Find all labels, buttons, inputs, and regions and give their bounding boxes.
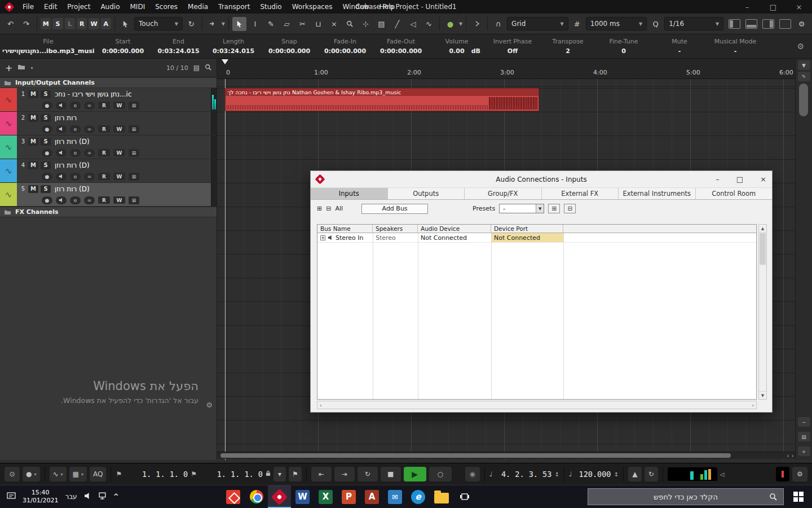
record-enable-button[interactable]: ● <box>42 196 52 204</box>
app-powerpoint-icon[interactable]: P <box>337 485 360 508</box>
freeze-button[interactable]: ∞ <box>84 196 95 204</box>
remove-preset-button[interactable]: ⊟ <box>564 204 576 213</box>
marker-flag-button[interactable]: ⚑ <box>289 467 302 481</box>
app-word-icon[interactable]: W <box>291 485 314 508</box>
info-snap[interactable]: Snap 0:00:00.000 <box>262 36 317 57</box>
info-musical-mode[interactable]: Musical Mode - <box>707 36 764 57</box>
start-button[interactable] <box>785 485 812 508</box>
write-automation-button[interactable]: W <box>113 102 125 109</box>
edit-pencil-icon[interactable]: ✎ <box>798 72 810 81</box>
monitor-button[interactable] <box>56 125 67 133</box>
meter-collapse-icon[interactable]: ◁ <box>720 471 725 478</box>
info-volume[interactable]: Volume 0.00dB <box>429 36 485 57</box>
left-zone-toggle[interactable] <box>727 17 742 31</box>
timeline-ruler[interactable]: 0 1:00 2:00 3:00 4:00 5:00 6:00 <box>217 59 795 79</box>
undo-button[interactable]: ↶ <box>3 17 17 31</box>
write-automation-button[interactable]: W <box>113 196 125 204</box>
auto-scroll-button[interactable]: ↻ <box>184 17 198 31</box>
lanes-button[interactable]: ⊞ <box>129 196 139 204</box>
playhead-marker[interactable] <box>222 59 228 64</box>
record-enable-button[interactable]: ● <box>42 173 52 181</box>
bus-device-port[interactable]: Not Connected <box>491 233 563 242</box>
zoom-out-button[interactable]: − <box>798 417 810 427</box>
solo-button[interactable]: S <box>41 114 51 122</box>
minimize-button[interactable]: – <box>734 0 760 14</box>
read-automation-button[interactable]: R <box>98 125 110 133</box>
bus-row-stereo-in[interactable]: + Stereo In Stereo Not Connected Not Con… <box>317 233 756 243</box>
read-automation-button[interactable]: R <box>98 102 110 109</box>
edit-channel-button[interactable]: e <box>70 125 81 133</box>
info-start[interactable]: Start 0:00:00.000 <box>94 36 152 57</box>
dialog-vscroll-thumb[interactable] <box>760 233 766 265</box>
insert-dropdown-icon[interactable]: ▼ <box>222 21 225 27</box>
left-locator-display[interactable]: 1. 1. 1. 0 <box>125 470 188 479</box>
lanes-button[interactable]: ⊞ <box>129 173 139 181</box>
lanes-button[interactable]: ⊞ <box>129 149 139 157</box>
quantize-icon[interactable]: Q <box>648 17 663 31</box>
freeze-button[interactable]: ∞ <box>84 125 95 133</box>
transport-setup-gear[interactable]: ⚙ <box>792 467 807 481</box>
scroll-right-icon[interactable]: › <box>792 452 794 459</box>
zoom-in-button[interactable]: + <box>798 446 810 456</box>
tab-inputs[interactable]: Inputs <box>311 188 388 199</box>
mute-button[interactable]: M <box>28 185 38 193</box>
ruler-options-button[interactable]: ▼ <box>798 60 810 70</box>
snap-button[interactable]: ∩ <box>491 17 505 31</box>
dialog-minimize-button[interactable]: – <box>716 175 720 183</box>
read-automation-button[interactable]: R <box>98 149 110 156</box>
erase-tool[interactable]: ▱ <box>280 17 294 31</box>
record-enable-button[interactable]: ● <box>42 149 52 157</box>
cycle-button[interactable]: ↻ <box>358 467 378 481</box>
automation-mode-select[interactable]: Touch ▼ <box>134 17 183 30</box>
track-row-4[interactable]: ∿ 4 M S רות רוזן (D) ● e ∞ R W ⊞ <box>0 159 217 183</box>
infoline-setup-gear[interactable]: ⚙ <box>797 42 804 51</box>
mute-button[interactable]: M <box>28 138 38 146</box>
record-enable-button[interactable]: ● <box>42 125 52 133</box>
position-spinner-icon[interactable]: ↕ <box>554 471 559 478</box>
track-search-button[interactable] <box>205 64 211 72</box>
info-fade-in[interactable]: Fade-In 0:00:00.000 <box>317 36 373 57</box>
menu-project[interactable]: Project <box>62 1 95 12</box>
action-center-icon[interactable] <box>7 492 16 502</box>
solo-button[interactable]: S <box>41 161 51 169</box>
fx-channels-folder[interactable]: FX Channels <box>0 207 217 217</box>
suspend-automation-button[interactable]: A <box>101 18 111 29</box>
right-zone-toggle[interactable] <box>761 17 776 31</box>
punch-in-flag-icon[interactable]: ⚑ <box>116 470 122 478</box>
tab-outputs[interactable]: Outputs <box>388 188 465 199</box>
dialog-vertical-scrollbar[interactable]: ▲ ▼ <box>758 224 767 400</box>
auto-quantize-button[interactable]: AQ <box>90 467 106 481</box>
record-mode-select[interactable]: ●▾ <box>23 467 40 481</box>
dialog-horizontal-scrollbar[interactable]: ‹ › <box>317 401 757 409</box>
mute-button[interactable]: M <box>28 114 38 122</box>
lanes-button[interactable]: ⊞ <box>129 102 139 110</box>
col-speakers[interactable]: Speakers <box>373 225 418 233</box>
taskbar-search-input[interactable]: הקלד כאן כדי לחפש <box>588 488 784 505</box>
record-button[interactable]: ○ <box>429 467 452 481</box>
menu-media[interactable]: Media <box>183 1 213 12</box>
horizontal-scrollbar[interactable]: ‹ › <box>217 452 795 459</box>
transport-options-button[interactable]: ⊙ <box>5 467 20 481</box>
nudge-icon[interactable] <box>470 17 484 31</box>
preset-select[interactable]: - ▼ <box>499 204 544 213</box>
mute-all-button[interactable]: M <box>41 18 51 29</box>
hidden-icons-chevron[interactable]: ^ <box>113 493 119 501</box>
go-to-start-button[interactable]: ⇤ <box>311 467 332 481</box>
split-tool[interactable]: ✂ <box>295 17 310 31</box>
scroll-right-icon[interactable]: › <box>752 402 754 408</box>
info-invert-phase[interactable]: Invert Phase Off <box>485 36 540 57</box>
listen-button[interactable]: L <box>65 18 75 29</box>
track-name[interactable]: רות רוזן (D) <box>55 138 90 146</box>
add-track-button[interactable]: + <box>5 63 12 73</box>
expand-all-button[interactable]: ⊞ <box>317 205 322 212</box>
monitor-button[interactable] <box>56 102 67 110</box>
mute-tool[interactable]: × <box>327 17 341 31</box>
audition-tool[interactable]: ◁ <box>406 17 420 31</box>
menu-transport[interactable]: Transport <box>213 1 255 12</box>
write-automation-button[interactable]: W <box>113 149 125 156</box>
zoom-preset-button[interactable]: ▤ <box>798 432 810 441</box>
quantize-select[interactable]: 1/16 ▼ <box>664 17 723 30</box>
col-audio-device[interactable]: Audio Device <box>418 225 491 233</box>
color-tool[interactable]: ● <box>443 17 457 31</box>
grid-value-select[interactable]: 1000 ms ▼ <box>586 17 647 30</box>
